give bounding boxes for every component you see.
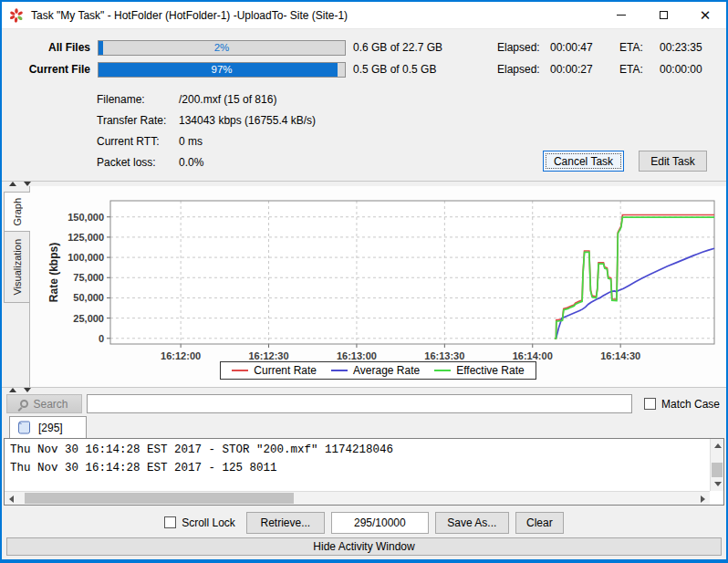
current-rtt-label: Current RTT: bbox=[97, 135, 179, 148]
app-icon bbox=[9, 8, 24, 23]
log-lines: Thu Nov 30 16:14:28 EST 2017 - STOR "200… bbox=[5, 439, 709, 477]
log-scroll-icon bbox=[18, 421, 30, 434]
svg-text:16:14:00: 16:14:00 bbox=[513, 350, 553, 360]
current-file-elapsed: 00:00:27 bbox=[550, 63, 619, 76]
svg-text:150,000: 150,000 bbox=[68, 212, 104, 223]
search-button[interactable]: Search bbox=[6, 394, 82, 413]
log-tab-row: [295] bbox=[2, 415, 726, 438]
all-files-elapsed: 00:00:47 bbox=[550, 41, 619, 54]
minimize-icon bbox=[617, 15, 626, 16]
chart-legend: Current Rate Average Rate Effective Rate bbox=[220, 361, 536, 380]
legend-current-rate: Current Rate bbox=[232, 364, 317, 377]
current-file-percent: 97% bbox=[99, 64, 345, 75]
graph-tab-strip: Graph Visualization bbox=[2, 186, 29, 387]
average-rate-line-icon bbox=[331, 370, 348, 371]
scroll-up-icon[interactable] bbox=[714, 443, 722, 448]
detail-row: Filename: /200.mxf (15 of 816) bbox=[97, 89, 726, 109]
maximize-button[interactable] bbox=[642, 2, 684, 28]
collapse-down-icon[interactable] bbox=[24, 388, 31, 392]
svg-text:75,000: 75,000 bbox=[73, 272, 104, 283]
log-vertical-scrollbar[interactable] bbox=[710, 439, 723, 491]
svg-text:16:12:30: 16:12:30 bbox=[249, 350, 289, 360]
activity-window: Task "My Task" - HotFolder (HotFolder-1)… bbox=[0, 0, 728, 563]
elapsed-label: Elapsed: bbox=[497, 41, 550, 54]
log-tab[interactable]: [295] bbox=[9, 416, 87, 438]
current-file-eta: 00:00:00 bbox=[660, 63, 723, 76]
detail-row: Transfer Rate: 134043 kbps (16755.4 kB/s… bbox=[97, 109, 726, 130]
vertical-scroll-thumb[interactable] bbox=[712, 463, 723, 477]
scroll-left-icon[interactable] bbox=[9, 495, 14, 503]
log-controls: Scroll Lock Retrieve... 295/10000 Save A… bbox=[2, 511, 726, 534]
eta-label: ETA: bbox=[619, 63, 660, 76]
minimize-button[interactable] bbox=[600, 2, 642, 28]
close-button[interactable]: ✕ bbox=[684, 2, 726, 28]
all-files-label: All Files bbox=[2, 41, 90, 54]
current-rate-line-icon bbox=[232, 370, 248, 371]
graph-panel: Graph Visualization 025,00050,00075,0001… bbox=[2, 186, 726, 387]
all-files-eta: 00:23:35 bbox=[660, 41, 723, 54]
packet-loss-label: Packet loss: bbox=[97, 156, 179, 169]
edit-task-button[interactable]: Edit Task bbox=[639, 151, 707, 172]
current-file-label: Current File bbox=[2, 63, 90, 76]
svg-text:50,000: 50,000 bbox=[73, 292, 104, 303]
svg-text:16:12:00: 16:12:00 bbox=[161, 350, 201, 360]
tab-visualization[interactable]: Visualization bbox=[4, 232, 29, 303]
log-line: Thu Nov 30 16:14:28 EST 2017 - STOR "200… bbox=[10, 441, 703, 459]
current-file-progress-bar: 97% bbox=[98, 62, 346, 78]
hide-activity-window-button[interactable]: Hide Activity Window bbox=[6, 537, 722, 556]
packet-loss-value: 0.0% bbox=[179, 156, 203, 169]
current-file-size: 0.5 GB of 0.5 GB bbox=[353, 63, 497, 76]
effective-rate-line-icon bbox=[434, 370, 451, 371]
window-title: Task "My Task" - HotFolder (HotFolder-1)… bbox=[31, 9, 348, 22]
scroll-lock-checkbox[interactable] bbox=[164, 516, 176, 528]
scroll-right-icon[interactable] bbox=[701, 495, 705, 503]
legend-effective-rate: Effective Rate bbox=[434, 364, 524, 377]
transfer-rate-value: 134043 kbps (16755.4 kB/s) bbox=[179, 114, 316, 127]
all-files-size: 0.6 GB of 22.7 GB bbox=[353, 41, 497, 54]
match-case-checkbox[interactable] bbox=[644, 398, 656, 410]
all-files-percent: 2% bbox=[99, 42, 345, 53]
search-row: Search Match Case bbox=[2, 392, 726, 415]
match-case-option: Match Case bbox=[644, 398, 722, 411]
svg-text:25,000: 25,000 bbox=[73, 313, 104, 324]
log-horizontal-scrollbar[interactable] bbox=[5, 491, 710, 505]
filename-value: /200.mxf (15 of 816) bbox=[179, 93, 276, 106]
log-tab-label: [295] bbox=[38, 422, 63, 434]
save-as-button[interactable]: Save As... bbox=[435, 512, 509, 534]
cancel-task-button[interactable]: Cancel Task bbox=[543, 151, 624, 172]
collapse-up-icon[interactable] bbox=[9, 388, 16, 392]
clear-button[interactable]: Clear bbox=[515, 512, 564, 534]
scroll-lock-option: Scroll Lock bbox=[164, 516, 235, 529]
detail-row: Current RTT: 0 ms bbox=[97, 130, 726, 151]
svg-text:16:14:30: 16:14:30 bbox=[600, 350, 640, 360]
horizontal-scroll-thumb[interactable] bbox=[25, 493, 294, 504]
all-files-progress-row: All Files 2% 0.6 GB of 22.7 GB Elapsed: … bbox=[2, 39, 726, 56]
close-icon: ✕ bbox=[700, 8, 712, 22]
rate-chart-area: 025,00050,00075,000100,000125,000150,000… bbox=[29, 186, 726, 387]
tab-graph[interactable]: Graph bbox=[4, 192, 30, 232]
transfer-rate-label: Transfer Rate: bbox=[97, 114, 179, 127]
svg-text:Rate (kbps): Rate (kbps) bbox=[47, 243, 60, 302]
all-files-progress-bar: 2% bbox=[98, 40, 346, 56]
elapsed-label: Elapsed: bbox=[497, 63, 550, 76]
current-file-progress-row: Current File 97% 0.5 GB of 0.5 GB Elapse… bbox=[2, 61, 726, 78]
svg-text:16:13:30: 16:13:30 bbox=[424, 350, 464, 360]
svg-text:100,000: 100,000 bbox=[68, 252, 104, 263]
search-icon bbox=[20, 400, 28, 408]
svg-text:125,000: 125,000 bbox=[68, 232, 104, 243]
eta-label: ETA: bbox=[619, 41, 660, 54]
transfer-status-section: All Files 2% 0.6 GB of 22.7 GB Elapsed: … bbox=[2, 29, 726, 181]
filename-label: Filename: bbox=[97, 93, 179, 106]
svg-text:16:13:00: 16:13:00 bbox=[337, 350, 377, 360]
retrieve-button[interactable]: Retrieve... bbox=[246, 512, 325, 534]
maximize-icon bbox=[660, 11, 668, 19]
log-line-counter: 295/10000 bbox=[331, 512, 429, 534]
current-rtt-value: 0 ms bbox=[179, 135, 203, 148]
search-input[interactable] bbox=[87, 394, 632, 413]
svg-text:0: 0 bbox=[99, 333, 104, 344]
log-output[interactable]: Thu Nov 30 16:14:28 EST 2017 - STOR "200… bbox=[4, 438, 724, 506]
log-line: Thu Nov 30 16:14:28 EST 2017 - 125 8011 bbox=[10, 459, 703, 477]
title-bar: Task "My Task" - HotFolder (HotFolder-1)… bbox=[2, 2, 726, 29]
rate-chart: 025,00050,00075,000100,000125,000150,000… bbox=[30, 190, 725, 360]
scroll-down-icon[interactable] bbox=[714, 482, 722, 486]
